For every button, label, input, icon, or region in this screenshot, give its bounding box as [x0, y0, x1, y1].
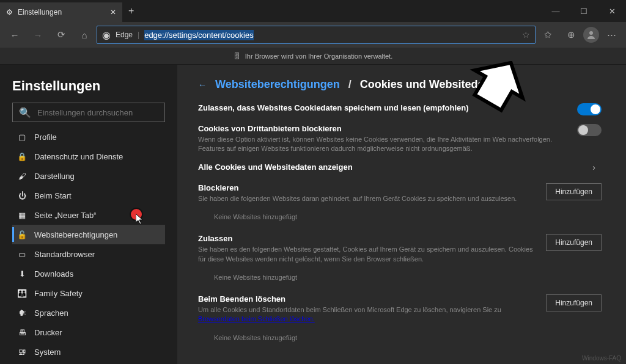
sidebar-icon: 🖳 — [17, 348, 27, 357]
sidebar-item-label: System — [34, 348, 61, 357]
edge-logo-icon: ◉ — [102, 29, 111, 41]
block-add-button[interactable]: Hinzufügen — [546, 183, 602, 200]
sidebar-item-label: Standardbrowser — [34, 250, 95, 259]
sidebar-item-label: Family Safety — [34, 289, 83, 298]
settings-heading: Einstellungen — [12, 78, 165, 94]
sidebar-icon: 🖌 — [17, 172, 27, 181]
sidebar-item-label: Seite „Neuer Tab“ — [34, 211, 97, 220]
gear-icon: ⚙ — [6, 8, 13, 16]
onexit-section: Beim Beenden löschen Um alle Cookies und… — [198, 294, 602, 344]
sidebar-item-label: Datenschutz und Dienste — [34, 152, 123, 161]
url-prefix: Edge — [116, 31, 133, 39]
cursor-icon — [136, 214, 145, 226]
block-thirdparty-row: Cookies von Drittanbietern blockieren We… — [198, 124, 602, 154]
profile-avatar[interactable] — [583, 27, 599, 43]
breadcrumb-back-button[interactable]: ← — [198, 80, 207, 90]
nav-forward-button[interactable]: → — [27, 24, 49, 46]
close-window-button[interactable]: ✕ — [598, 0, 626, 22]
nav-refresh-button[interactable]: ⟳ — [50, 24, 72, 46]
sidebar-item-datenschutz-und-dienste[interactable]: 🔒Datenschutz und Dienste — [12, 147, 165, 166]
search-icon: 🔍 — [19, 107, 31, 118]
block-list-section: Blockieren Sie haben die folgenden Websi… — [198, 183, 602, 223]
sidebar-icon: ▢ — [17, 133, 27, 142]
sidebar-icon: 🔓 — [17, 230, 27, 239]
sidebar-item-system[interactable]: 🖳System — [12, 342, 165, 362]
sidebar-item-label: Drucker — [34, 328, 62, 337]
sidebar-item-beim-start[interactable]: ⏻Beim Start — [12, 186, 165, 205]
address-bar[interactable]: ◉ Edge | edge://settings/content/cookies… — [97, 26, 536, 44]
sidebar-item-family-safety[interactable]: 👪Family Safety — [12, 283, 165, 303]
maximize-button[interactable]: ☐ — [570, 0, 598, 22]
block-empty-text: Keine Websites hinzugefügt — [198, 209, 602, 223]
search-input[interactable] — [37, 108, 158, 117]
favorites-button[interactable]: ✩ — [537, 24, 559, 46]
settings-search[interactable]: 🔍 — [12, 103, 165, 122]
svg-point-0 — [589, 31, 593, 35]
sidebar-icon: ⏻ — [17, 191, 27, 200]
collections-button[interactable]: ⊕ — [560, 24, 582, 46]
sidebar-icon: 🗣 — [17, 308, 27, 318]
sidebar-icon: 🔒 — [17, 152, 27, 161]
sidebar-icon: 👪 — [17, 289, 27, 298]
allow-empty-text: Keine Websites hinzugefügt — [198, 270, 602, 283]
allow-cookies-toggle[interactable] — [577, 103, 602, 115]
sidebar-item-label: Downloads — [34, 269, 73, 278]
url-text: edge://settings/content/cookies — [144, 31, 517, 40]
nav-back-button[interactable]: ← — [4, 24, 26, 46]
watermark: Windows-FAQ — [582, 355, 621, 362]
window-titlebar: ⚙ Einstellungen ✕ + ― ☐ ✕ — [0, 0, 626, 22]
sidebar-item-label: Darstellung — [34, 172, 75, 181]
sidebar-item-websiteberechtigungen[interactable]: 🔓Websiteberechtigungen — [12, 225, 165, 244]
annotation-arrow — [465, 61, 538, 128]
breadcrumb-link[interactable]: Websiteberechtigungen — [215, 78, 340, 91]
browser-toolbar: ← → ⟳ ⌂ ◉ Edge | edge://settings/content… — [0, 22, 626, 48]
view-all-cookies-row[interactable]: Alle Cookies und Websitedaten anzeigen › — [198, 162, 602, 172]
sidebar-item-label: Beim Start — [34, 191, 72, 200]
sidebar-item-profile[interactable]: ▢Profile — [12, 127, 165, 147]
sidebar-item-label: Websiteberechtigungen — [34, 230, 117, 239]
clear-on-close-link[interactable]: Browserdaten beim Schließen löschen. — [198, 315, 315, 322]
sidebar-item-drucker[interactable]: 🖶Drucker — [12, 322, 165, 342]
sidebar-item-einstellungen-zur-cksetzen[interactable]: ↺Einstellungen zurücksetzen — [12, 362, 165, 364]
sidebar-icon: ⬇ — [17, 269, 27, 278]
block-thirdparty-toggle[interactable] — [577, 124, 602, 136]
sidebar-item-darstellung[interactable]: 🖌Darstellung — [12, 166, 165, 186]
onexit-empty-text: Keine Websites hinzugefügt — [198, 330, 602, 344]
minimize-button[interactable]: ― — [542, 0, 570, 22]
new-tab-button[interactable]: + — [122, 5, 140, 16]
settings-sidebar: Einstellungen 🔍 ▢Profile🔒Datenschutz und… — [0, 65, 177, 364]
settings-main: ← Websiteberechtigungen / Cookies und We… — [177, 65, 626, 364]
more-menu-button[interactable]: ⋯ — [600, 24, 622, 46]
allow-add-button[interactable]: Hinzufügen — [546, 234, 602, 251]
allow-cookies-row: Zulassen, dass Websites Cookiedaten spei… — [198, 103, 602, 115]
sidebar-icon: ▦ — [17, 211, 27, 220]
briefcase-icon: 🗄 — [234, 53, 240, 60]
nav-home-button[interactable]: ⌂ — [73, 24, 95, 46]
sidebar-item-label: Sprachen — [34, 308, 68, 318]
settings-nav: ▢Profile🔒Datenschutz und Dienste🖌Darstel… — [12, 127, 165, 364]
sidebar-item-label: Profile — [34, 133, 57, 142]
sidebar-icon: ▭ — [17, 250, 27, 259]
sidebar-item-sprachen[interactable]: 🗣Sprachen — [12, 303, 165, 322]
close-tab-button[interactable]: ✕ — [110, 8, 116, 16]
tab-title: Einstellungen — [18, 8, 62, 16]
sidebar-item-standardbrowser[interactable]: ▭Standardbrowser — [12, 244, 165, 264]
browser-tab[interactable]: ⚙ Einstellungen ✕ — [0, 2, 122, 22]
sidebar-icon: 🖶 — [17, 328, 27, 337]
breadcrumb: ← Websiteberechtigungen / Cookies und We… — [198, 78, 602, 91]
allow-list-section: Zulassen Sie haben es den folgenden Webs… — [198, 234, 602, 283]
favorite-star-icon[interactable]: ☆ — [522, 30, 530, 40]
sidebar-item-downloads[interactable]: ⬇Downloads — [12, 264, 165, 283]
chevron-right-icon: › — [592, 162, 595, 172]
onexit-add-button[interactable]: Hinzufügen — [546, 294, 602, 311]
